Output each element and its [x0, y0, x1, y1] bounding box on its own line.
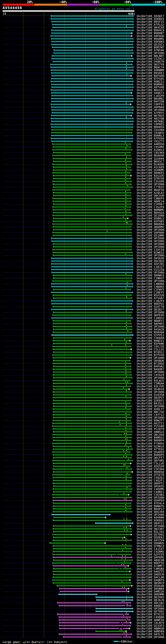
- hit-bar[interactable]: [52, 72, 132, 73]
- hit-bar[interactable]: [51, 90, 132, 91]
- hit-bar[interactable]: [59, 605, 130, 606]
- hit-bar[interactable]: [53, 275, 131, 276]
- hit-bar[interactable]: [53, 420, 130, 421]
- hit-bar[interactable]: [52, 101, 132, 102]
- hit-bar[interactable]: [52, 266, 132, 267]
- hit-bar[interactable]: [53, 280, 131, 282]
- hit-bar[interactable]: [53, 460, 132, 461]
- hit-bar[interactable]: [52, 309, 132, 310]
- hit-label[interactable]: UniRef100_B6AH48: [137, 154, 164, 157]
- hit-bar[interactable]: [53, 249, 131, 250]
- hit-bar[interactable]: [54, 50, 132, 51]
- hit-bar[interactable]: [53, 169, 131, 171]
- hit-bar[interactable]: [53, 446, 131, 447]
- hit-bar[interactable]: [53, 201, 130, 202]
- hit-label[interactable]: UniRef100_B0D8P4: [137, 439, 164, 442]
- hit-bar[interactable]: [53, 343, 131, 344]
- hit-bar[interactable]: [53, 221, 131, 222]
- hit-bar[interactable]: [53, 380, 129, 381]
- hit-bar[interactable]: [53, 354, 131, 356]
- hit-bar[interactable]: [53, 295, 131, 296]
- hit-bar[interactable]: [51, 124, 132, 125]
- hit-bar[interactable]: [52, 92, 131, 93]
- hit-bar[interactable]: [96, 608, 132, 609]
- hit-bar[interactable]: [96, 631, 126, 632]
- hit-bar[interactable]: [53, 329, 131, 330]
- hit-bar[interactable]: [53, 298, 131, 299]
- hit-bar[interactable]: [53, 175, 130, 176]
- hit-bar[interactable]: [53, 369, 130, 370]
- hit-bar[interactable]: [52, 317, 132, 319]
- hit-bar[interactable]: [96, 611, 132, 612]
- hit-bar[interactable]: [51, 16, 133, 17]
- hit-bar[interactable]: [53, 198, 131, 199]
- hit-bar[interactable]: [53, 255, 132, 256]
- hit-bar[interactable]: [53, 471, 132, 472]
- hit-bar[interactable]: [53, 431, 131, 432]
- hit-bar[interactable]: [52, 258, 132, 259]
- hit-bar[interactable]: [51, 104, 130, 105]
- hit-bar[interactable]: [53, 189, 129, 190]
- hit-bar[interactable]: [53, 537, 124, 538]
- hit-bar[interactable]: [53, 469, 131, 470]
- hit-bar[interactable]: [53, 360, 129, 361]
- hit-bar[interactable]: [52, 335, 132, 336]
- hit-bar[interactable]: [53, 386, 130, 387]
- hit-bar[interactable]: [53, 61, 132, 62]
- hit-bar[interactable]: [53, 423, 131, 424]
- hit-bar[interactable]: [57, 585, 131, 586]
- hit-bar[interactable]: [58, 602, 130, 603]
- hit-bar[interactable]: [53, 480, 131, 481]
- hit-bar[interactable]: [60, 628, 129, 629]
- hit-bar[interactable]: [53, 178, 130, 179]
- hit-bar[interactable]: [53, 383, 132, 384]
- hit-bar[interactable]: [53, 500, 131, 501]
- hit-bar[interactable]: [53, 443, 130, 444]
- hit-bar[interactable]: [52, 238, 131, 239]
- hit-bar[interactable]: [53, 548, 130, 549]
- hit-bar[interactable]: [53, 491, 131, 492]
- hit-bar[interactable]: [53, 457, 131, 458]
- hit-bar[interactable]: [53, 557, 131, 558]
- hit-bar[interactable]: [53, 562, 130, 564]
- hit-bar[interactable]: [52, 84, 132, 85]
- hit-bar[interactable]: [52, 241, 131, 242]
- hit-bar[interactable]: [52, 300, 132, 301]
- hit-bar[interactable]: [53, 406, 131, 407]
- hit-bar[interactable]: [53, 357, 130, 358]
- hit-bar[interactable]: [60, 591, 128, 592]
- hit-bar[interactable]: [53, 534, 131, 535]
- hit-bar[interactable]: [53, 332, 131, 333]
- hit-bar[interactable]: [52, 121, 133, 122]
- hit-bar[interactable]: [59, 594, 96, 595]
- hit-bar[interactable]: [53, 494, 128, 495]
- hit-bar[interactable]: [51, 138, 132, 139]
- hit-bar[interactable]: [52, 272, 132, 273]
- hit-bar[interactable]: [53, 554, 130, 555]
- hit-bar[interactable]: [53, 155, 130, 156]
- hit-bar[interactable]: [53, 278, 131, 279]
- hit-bar[interactable]: [52, 78, 132, 79]
- hit-bar[interactable]: [53, 374, 131, 375]
- hit-bar[interactable]: [59, 634, 131, 635]
- hit-bar[interactable]: [63, 636, 130, 638]
- hit-bar[interactable]: [53, 181, 131, 182]
- hit-bar[interactable]: [53, 417, 131, 418]
- hit-bar[interactable]: [53, 152, 130, 153]
- hit-bar[interactable]: [51, 64, 132, 65]
- hit-bar[interactable]: [53, 235, 131, 236]
- hit-bar[interactable]: [52, 33, 131, 34]
- hit-bar[interactable]: [53, 488, 131, 490]
- hit-bar[interactable]: [53, 337, 131, 338]
- hit-bar[interactable]: [59, 617, 130, 618]
- hit-bar[interactable]: [51, 67, 133, 68]
- hit-bar[interactable]: [53, 394, 130, 395]
- hit-bar[interactable]: [53, 560, 132, 561]
- hit-bar[interactable]: [52, 286, 132, 287]
- hit-bar[interactable]: [53, 414, 129, 415]
- hit-bar[interactable]: [53, 144, 130, 145]
- hit-bar[interactable]: [51, 18, 133, 19]
- hit-bar[interactable]: [53, 184, 131, 185]
- hit-bar[interactable]: [53, 483, 131, 484]
- hit-bar[interactable]: [53, 508, 130, 509]
